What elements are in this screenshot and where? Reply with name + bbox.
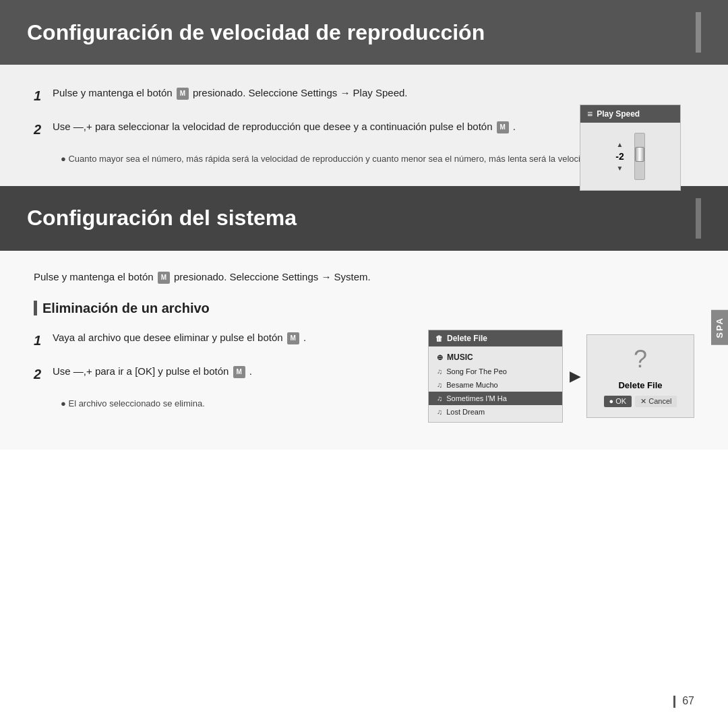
bottom-section-header: Configuración del sistema — [0, 186, 728, 251]
ok-button[interactable]: ● OK — [604, 396, 632, 407]
music-note-icon-2 — [437, 381, 442, 389]
music-folder-item: MUSIC — [429, 350, 562, 365]
file-3-name: Sometimes I'M Ha — [446, 394, 507, 402]
bottom-step-2: 2 Use —,+ para ir a [OK] y pulse el botó… — [34, 363, 408, 385]
top-section-header: Configuración de velocidad de reproducci… — [0, 0, 728, 65]
bottom-section-title: Configuración del sistema — [27, 206, 297, 231]
delete-file-body: MUSIC Song For The Peo Besame Mucho Some… — [429, 346, 562, 422]
delete-confirm-box: ? Delete File ● OK ✕ Cancel — [586, 334, 694, 418]
delete-file-label: Delete File — [447, 334, 487, 343]
question-mark-icon: ? — [634, 345, 647, 373]
slider-value: -2 — [615, 151, 624, 162]
bottom-subtitle: Pulse y mantenga el botón M presionado. … — [0, 271, 728, 284]
arrow-down-icon: ▼ — [617, 164, 624, 172]
folder-icon — [437, 353, 443, 362]
top-section-title: Configuración de velocidad de reproducci… — [27, 20, 485, 45]
step-1-number: 1 — [34, 85, 47, 107]
bottom-steps: 1 Vaya al archivo que desee eliminar y p… — [34, 330, 408, 423]
m-button-2: M — [497, 121, 509, 133]
confirm-buttons: ● OK ✕ Cancel — [604, 396, 677, 407]
step-1-text: Pulse y mantenga el botón M presionado. … — [53, 85, 694, 101]
subsection-title: Eliminación de un archivo — [0, 301, 728, 316]
bottom-step-2-text: Use —,+ para ir a [OK] y pulse el botón … — [53, 363, 408, 380]
music-note-icon-1 — [437, 367, 442, 375]
bottom-step-1-number: 1 — [34, 330, 47, 351]
slider-track — [634, 133, 645, 180]
arrow-up-icon: ▲ — [617, 141, 624, 148]
file-item-1: Song For The Peo — [429, 365, 562, 378]
delete-file-header: Delete File — [429, 330, 562, 346]
play-speed-widget: Play Speed ▲ -2 ▼ — [580, 104, 681, 191]
bottom-content: 1 Vaya al archivo que desee eliminar y p… — [0, 330, 728, 423]
play-speed-label: Play Speed — [597, 109, 640, 119]
delete-widget-area: Delete File MUSIC Song For The Peo Besam… — [428, 330, 694, 423]
step-2-number: 2 — [34, 119, 47, 140]
file-item-3: Sometimes I'M Ha — [429, 392, 562, 405]
step-1: 1 Pulse y mantenga el botón M presionado… — [34, 85, 694, 107]
file-item-2: Besame Mucho — [429, 378, 562, 392]
delete-file-box: Delete File MUSIC Song For The Peo Besam… — [428, 330, 563, 423]
music-note-icon-3 — [437, 394, 442, 402]
file-1-name: Song For The Peo — [446, 367, 507, 375]
slider-thumb — [635, 147, 644, 162]
file-item-4: Lost Dream — [429, 405, 562, 419]
bottom-step-2-number: 2 — [34, 363, 47, 385]
m-button-5: M — [233, 366, 245, 378]
cancel-button[interactable]: ✕ Cancel — [635, 396, 677, 407]
slider-controls: ▲ -2 ▼ — [615, 141, 624, 172]
bottom-section: Configuración del sistema Pulse y manten… — [0, 186, 728, 450]
page-number: 67 — [673, 695, 694, 708]
bottom-step-1: 1 Vaya al archivo que desee eliminar y p… — [34, 330, 408, 351]
play-speed-body: ▲ -2 ▼ — [580, 123, 680, 190]
bottom-step-1-text: Vaya al archivo que desee eliminar y pul… — [53, 330, 408, 346]
delete-confirm-label: Delete File — [618, 380, 662, 390]
spa-tab: SPA — [711, 310, 728, 345]
music-folder-label: MUSIC — [447, 353, 473, 362]
play-speed-header: Play Speed — [580, 105, 680, 123]
arrow-right-icon: ▶ — [570, 368, 580, 384]
music-note-icon-4 — [437, 408, 442, 416]
m-button-1: M — [177, 88, 189, 100]
file-4-name: Lost Dream — [446, 408, 485, 416]
m-button-4: M — [287, 332, 299, 344]
bullet-2: El archivo seleccionado se elimina. — [61, 397, 408, 411]
file-2-name: Besame Mucho — [446, 381, 497, 389]
m-button-3: M — [158, 272, 170, 284]
x-icon: ✕ — [640, 397, 648, 405]
ok-icon: ● — [609, 397, 616, 405]
